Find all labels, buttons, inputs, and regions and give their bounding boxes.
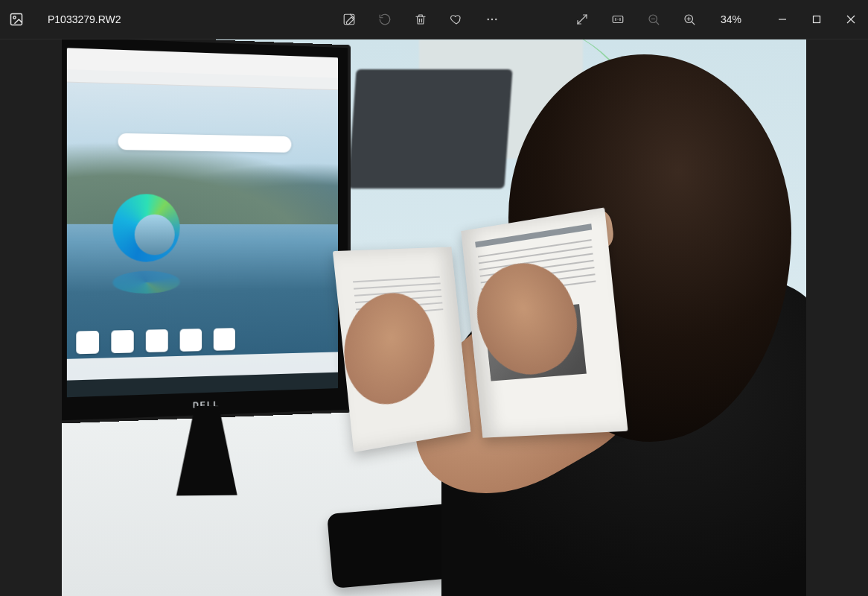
toolbar-zoom: 34% <box>561 0 758 39</box>
svg-rect-9 <box>814 16 820 23</box>
svg-point-4 <box>491 19 493 20</box>
delete-button[interactable] <box>404 0 437 39</box>
minimize-button[interactable] <box>765 6 800 33</box>
favorite-button[interactable] <box>440 0 473 39</box>
monitor-bezel: DELL <box>62 39 351 424</box>
app-photos-icon <box>0 0 33 39</box>
file-name: P1033279.RW2 <box>33 13 136 25</box>
zoom-in-button[interactable] <box>673 0 706 39</box>
maximize-button[interactable] <box>800 6 834 33</box>
edge-search-bar <box>118 133 291 153</box>
zoom-percent: 34% <box>709 13 753 25</box>
image-viewport[interactable]: DELL <box>0 39 868 596</box>
photo-content: DELL <box>62 39 806 596</box>
toolbar-center <box>328 0 513 39</box>
svg-point-1 <box>13 16 16 19</box>
quick-link-icons <box>76 328 235 354</box>
monitor-screen <box>67 48 338 397</box>
actual-size-button[interactable] <box>601 0 634 39</box>
edit-image-button[interactable] <box>333 0 366 39</box>
titlebar: P1033279.RW2 34% <box>0 0 868 39</box>
rotate-button[interactable] <box>368 0 401 39</box>
svg-rect-0 <box>11 14 22 25</box>
svg-point-3 <box>488 19 489 20</box>
more-button[interactable] <box>476 0 508 39</box>
edge-logo-icon <box>112 194 179 262</box>
window-controls <box>765 6 868 33</box>
zoom-out-button[interactable] <box>637 0 670 39</box>
svg-point-5 <box>495 19 497 20</box>
fullscreen-button[interactable] <box>566 0 599 39</box>
close-button[interactable] <box>834 6 868 33</box>
